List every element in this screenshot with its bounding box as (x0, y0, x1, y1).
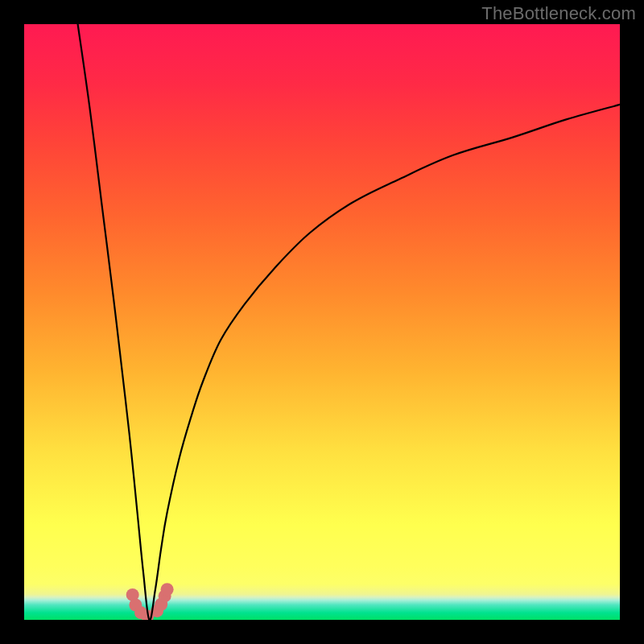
plot-area (24, 24, 620, 620)
curve-layer (24, 24, 620, 620)
bottleneck-curve (78, 24, 620, 620)
curve-marker (161, 583, 174, 596)
chart-outer-frame: TheBottleneck.com (0, 0, 644, 644)
watermark-text: TheBottleneck.com (481, 3, 636, 24)
marker-group (126, 583, 174, 620)
